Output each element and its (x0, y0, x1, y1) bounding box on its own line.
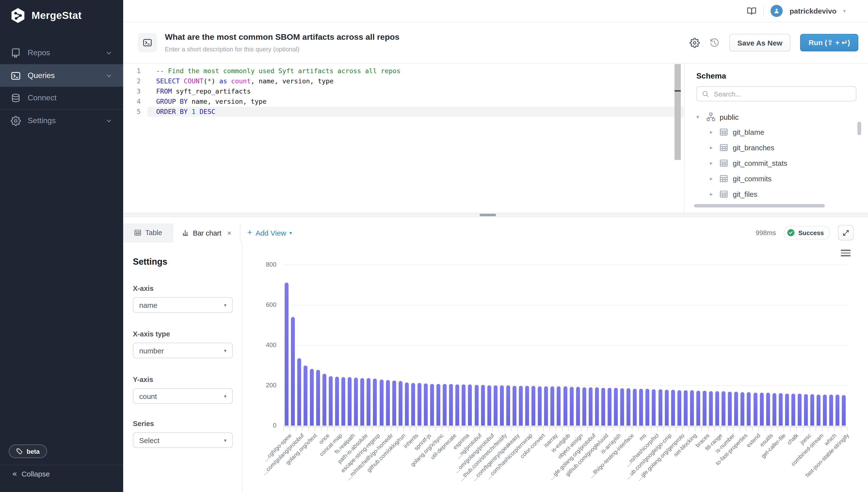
bar[interactable] (500, 385, 504, 425)
x-axis-select[interactable]: name ▾ (133, 297, 233, 313)
bar[interactable] (823, 394, 827, 425)
bar[interactable] (386, 380, 390, 425)
sidebar-item-queries[interactable]: Queries (0, 65, 123, 87)
bar[interactable] (766, 393, 770, 425)
bar[interactable] (436, 384, 440, 425)
chart-menu-icon[interactable] (841, 250, 850, 257)
docs-icon[interactable] (747, 6, 757, 16)
bar[interactable] (779, 393, 783, 425)
bar[interactable] (842, 395, 846, 425)
bar[interactable] (361, 378, 364, 425)
bar-chart-canvas[interactable]: 0200400600800…cgh/go-spew…com/golang/pro… (242, 242, 868, 492)
bar[interactable] (430, 384, 434, 425)
editor-scrollbar[interactable] (675, 64, 681, 160)
bar[interactable] (646, 389, 650, 425)
bar[interactable] (703, 391, 706, 425)
bar[interactable] (640, 389, 643, 425)
collapse-sidebar-button[interactable]: « Collapse (12, 470, 50, 478)
run-query-button[interactable]: Run (⇧ + ↵) (800, 34, 858, 51)
bar[interactable] (341, 377, 345, 425)
bar[interactable] (595, 387, 599, 425)
query-settings-gear-icon[interactable] (689, 38, 699, 48)
bar[interactable] (411, 383, 415, 425)
query-title[interactable]: What are the most common SBOM artifacts … (165, 32, 399, 42)
sidebar-item-repos[interactable]: Repos (0, 42, 123, 64)
bar[interactable] (525, 386, 529, 426)
bar[interactable] (760, 393, 764, 425)
splitter-drag-handle[interactable] (480, 214, 496, 216)
bar[interactable] (284, 283, 288, 425)
bar[interactable] (836, 395, 840, 425)
bar[interactable] (614, 388, 618, 425)
bar[interactable] (627, 388, 630, 425)
bar[interactable] (481, 385, 485, 425)
bar[interactable] (417, 383, 421, 425)
bar[interactable] (709, 391, 713, 425)
bar[interactable] (373, 378, 377, 425)
schema-table-row[interactable]: ▸git_commit_stats (710, 155, 857, 171)
bar[interactable] (658, 390, 662, 425)
bar[interactable] (475, 385, 478, 425)
code-line[interactable]: 2SELECT COUNT(*) as count, name, version… (123, 76, 684, 86)
fullscreen-button[interactable] (838, 225, 853, 241)
bar[interactable] (722, 391, 725, 425)
caret-right-icon[interactable]: ▸ (710, 144, 715, 150)
bar[interactable] (804, 394, 808, 425)
bar[interactable] (817, 394, 820, 425)
bar[interactable] (633, 389, 637, 425)
bar[interactable] (589, 387, 593, 425)
bar[interactable] (741, 392, 745, 425)
bar[interactable] (798, 394, 801, 425)
save-as-new-button[interactable]: Save As New (729, 34, 791, 51)
bar[interactable] (493, 385, 498, 425)
bar[interactable] (367, 378, 371, 425)
bar[interactable] (335, 376, 339, 425)
bar[interactable] (487, 385, 491, 425)
bar[interactable] (443, 384, 447, 425)
y-axis-select[interactable]: count ▾ (133, 388, 233, 404)
bar[interactable] (506, 386, 510, 425)
bar[interactable] (297, 358, 301, 425)
bar[interactable] (563, 387, 567, 425)
bar[interactable] (316, 370, 320, 425)
bar[interactable] (424, 384, 428, 425)
bar[interactable] (671, 390, 675, 425)
bar[interactable] (310, 369, 314, 425)
bar[interactable] (665, 390, 669, 425)
series-select[interactable]: Select ▾ (133, 433, 233, 448)
tab-bar-chart[interactable]: Bar chart × (173, 223, 241, 242)
bar[interactable] (753, 392, 757, 425)
bar[interactable] (538, 386, 541, 425)
bar[interactable] (519, 386, 523, 425)
bar[interactable] (303, 366, 307, 425)
add-view-button[interactable]: + Add View ▾ (247, 223, 292, 242)
caret-right-icon[interactable]: ▸ (710, 191, 715, 197)
code-line[interactable]: 4GROUP BY name, version, type (123, 96, 684, 107)
query-description-placeholder[interactable]: Enter a short description for this query… (165, 46, 399, 53)
bar[interactable] (791, 394, 795, 425)
bar[interactable] (728, 392, 732, 425)
bar[interactable] (468, 385, 472, 425)
bar[interactable] (576, 387, 580, 425)
sidebar-item-connect[interactable]: Connect (0, 87, 123, 109)
avatar[interactable] (771, 5, 783, 17)
bar[interactable] (392, 380, 396, 425)
bar[interactable] (582, 387, 586, 425)
logo[interactable]: MergeStat (0, 0, 123, 31)
schema-table-row[interactable]: ▸git_commits (710, 171, 857, 186)
bar[interactable] (399, 381, 403, 425)
schema-search-input[interactable] (713, 90, 851, 98)
sql-editor[interactable]: 1-- Find the most commonly used Syft art… (123, 64, 684, 215)
code-line[interactable]: 1-- Find the most commonly used Syft art… (123, 66, 684, 76)
bar[interactable] (785, 393, 789, 425)
username[interactable]: patrickdevivo (790, 7, 837, 15)
schema-table-row[interactable]: ▸git_files (710, 186, 857, 202)
code-line[interactable]: 3FROM syft_repo_artifacts (123, 86, 684, 96)
bar[interactable] (810, 394, 814, 425)
bar[interactable] (620, 388, 624, 425)
bar[interactable] (747, 392, 751, 425)
bar[interactable] (557, 386, 561, 425)
bar[interactable] (291, 317, 295, 425)
bar[interactable] (570, 387, 573, 425)
schema-search[interactable] (696, 86, 857, 101)
